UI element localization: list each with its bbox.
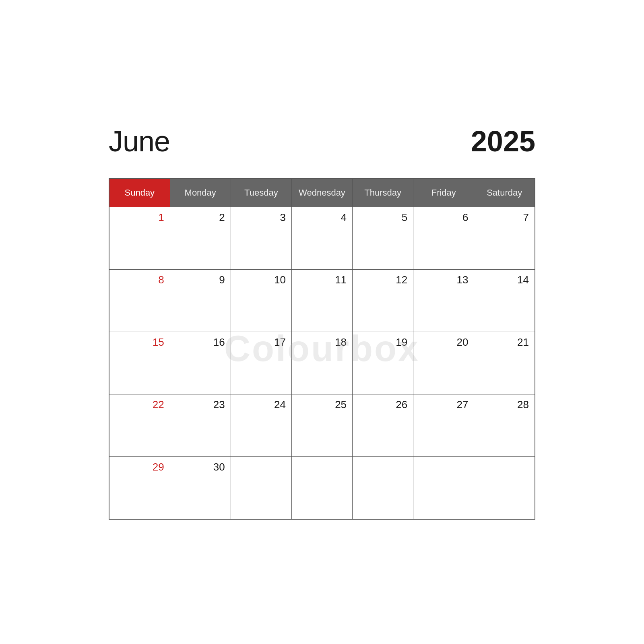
calendar-day[interactable]: 11 xyxy=(291,270,352,332)
calendar-day[interactable]: 27 xyxy=(413,394,474,457)
header-sunday: Sunday xyxy=(109,178,170,207)
month-title: June xyxy=(109,125,170,158)
week-row: 22 23 24 25 26 27 28 xyxy=(109,394,535,457)
calendar-thead: Sunday Monday Tuesday Wednesday Thursday… xyxy=(109,178,535,207)
week-row: 1 2 3 4 5 6 7 xyxy=(109,207,535,270)
calendar-day[interactable]: 9 xyxy=(170,270,231,332)
day-number: 20 xyxy=(417,336,468,349)
day-number: 13 xyxy=(417,274,468,286)
day-number: 16 xyxy=(174,336,225,349)
week-row: 15 16 17 18 19 20 21 xyxy=(109,332,535,394)
calendar-day[interactable]: 25 xyxy=(291,394,352,457)
day-number: 12 xyxy=(357,274,407,286)
calendar-day[interactable]: 12 xyxy=(353,270,413,332)
calendar-day[interactable]: 26 xyxy=(353,394,413,457)
calendar-wrapper: June 2025 Colourbox Sunday Monday Tuesda… xyxy=(101,101,543,544)
calendar-day[interactable]: 7 xyxy=(474,207,535,270)
calendar-day[interactable]: 29 xyxy=(109,457,170,519)
calendar-day[interactable]: 22 xyxy=(109,394,170,457)
calendar-day[interactable]: 20 xyxy=(413,332,474,394)
calendar-day[interactable]: 24 xyxy=(231,394,291,457)
calendar-day[interactable] xyxy=(413,457,474,519)
day-number: 23 xyxy=(174,398,225,411)
calendar-header: June 2025 xyxy=(109,125,535,158)
calendar-day[interactable] xyxy=(231,457,291,519)
calendar-day[interactable]: 10 xyxy=(231,270,291,332)
week-row: 8 9 10 11 12 13 14 xyxy=(109,270,535,332)
day-number: 11 xyxy=(296,274,347,286)
day-number: 22 xyxy=(114,398,164,411)
day-number: 8 xyxy=(114,274,164,286)
header-thursday: Thursday xyxy=(353,178,413,207)
calendar-day[interactable]: 2 xyxy=(170,207,231,270)
calendar-day[interactable]: 21 xyxy=(474,332,535,394)
day-number: 14 xyxy=(478,274,529,286)
header-saturday: Saturday xyxy=(474,178,535,207)
calendar-day[interactable]: 8 xyxy=(109,270,170,332)
day-number: 5 xyxy=(357,211,407,224)
day-number: 6 xyxy=(417,211,468,224)
day-number: 29 xyxy=(114,461,164,473)
day-number: 19 xyxy=(357,336,407,349)
calendar-day[interactable]: 17 xyxy=(231,332,291,394)
year-title: 2025 xyxy=(471,125,535,158)
day-number: 25 xyxy=(296,398,347,411)
calendar-day[interactable]: 3 xyxy=(231,207,291,270)
calendar-day[interactable]: 6 xyxy=(413,207,474,270)
weekday-header-row: Sunday Monday Tuesday Wednesday Thursday… xyxy=(109,178,535,207)
week-row: 29 30 xyxy=(109,457,535,519)
day-number: 28 xyxy=(478,398,529,411)
calendar-day[interactable]: 5 xyxy=(353,207,413,270)
calendar-day[interactable]: 19 xyxy=(353,332,413,394)
calendar-day[interactable]: 13 xyxy=(413,270,474,332)
calendar-day[interactable]: 30 xyxy=(170,457,231,519)
calendar-table: Sunday Monday Tuesday Wednesday Thursday… xyxy=(109,178,535,520)
header-monday: Monday xyxy=(170,178,231,207)
calendar-day[interactable]: 4 xyxy=(291,207,352,270)
calendar-day[interactable]: 28 xyxy=(474,394,535,457)
day-number: 1 xyxy=(114,211,164,224)
day-number: 27 xyxy=(417,398,468,411)
day-number: 10 xyxy=(235,274,286,286)
day-number: 2 xyxy=(174,211,225,224)
day-number: 17 xyxy=(235,336,286,349)
calendar-day[interactable]: 16 xyxy=(170,332,231,394)
calendar-day[interactable]: 18 xyxy=(291,332,352,394)
day-number: 9 xyxy=(174,274,225,286)
day-number: 18 xyxy=(296,336,347,349)
day-number: 4 xyxy=(296,211,347,224)
day-number: 30 xyxy=(174,461,225,473)
calendar-day[interactable] xyxy=(291,457,352,519)
day-number: 26 xyxy=(357,398,407,411)
header-friday: Friday xyxy=(413,178,474,207)
calendar-day[interactable]: 15 xyxy=(109,332,170,394)
calendar-container: Colourbox Sunday Monday Tuesday Wednesda… xyxy=(109,178,535,520)
day-number: 21 xyxy=(478,336,529,349)
calendar-day[interactable]: 23 xyxy=(170,394,231,457)
calendar-day[interactable]: 1 xyxy=(109,207,170,270)
day-number: 7 xyxy=(478,211,529,224)
calendar-day[interactable]: 14 xyxy=(474,270,535,332)
day-number: 15 xyxy=(114,336,164,349)
calendar-day[interactable] xyxy=(353,457,413,519)
calendar-day[interactable] xyxy=(474,457,535,519)
day-number: 3 xyxy=(235,211,286,224)
header-tuesday: Tuesday xyxy=(231,178,291,207)
day-number: 24 xyxy=(235,398,286,411)
header-wednesday: Wednesday xyxy=(291,178,352,207)
calendar-tbody: 1 2 3 4 5 6 7 8 9 10 11 12 13 14 xyxy=(109,207,535,519)
